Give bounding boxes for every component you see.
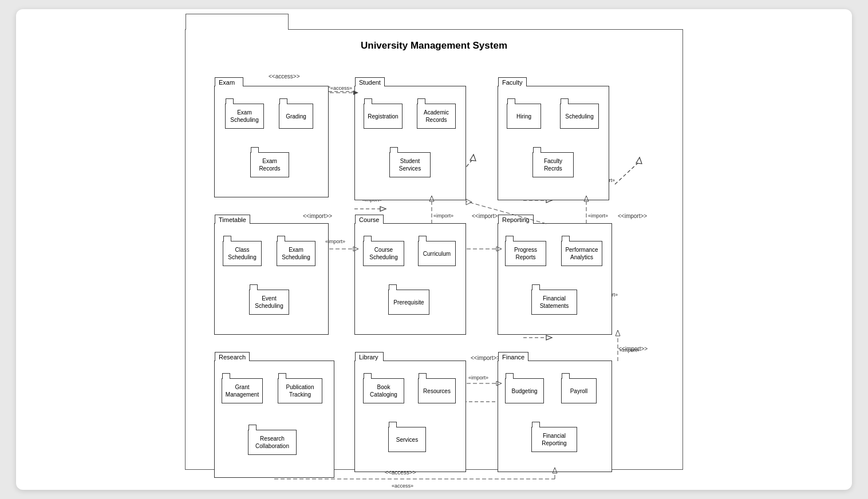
stereotype-import1: <<import>> — [303, 213, 332, 219]
sub-grading: Grading — [279, 104, 313, 129]
sub-publication-tracking-label: PublicationTracking — [278, 379, 322, 403]
sub-financial-reporting-tab — [532, 422, 540, 427]
sub-progress-reports-tab — [506, 236, 514, 241]
pkg-reporting: Reporting ProgressReports PerformanceAna… — [498, 223, 612, 335]
sub-registration-label: Registration — [364, 104, 402, 128]
sub-class-scheduling: ClassScheduling — [223, 241, 262, 266]
sub-scheduling: Scheduling — [560, 104, 599, 129]
sub-research-collaboration-label: ResearchCollaboration — [248, 430, 296, 454]
sub-course-scheduling: CourseScheduling — [363, 241, 404, 266]
sub-services-label: Services — [389, 427, 425, 452]
pkg-student: Student Registration AcademicRecords Stu… — [354, 86, 466, 200]
sub-curriculum: Curriculum — [418, 241, 456, 266]
svg-marker-5 — [380, 207, 386, 211]
sub-class-scheduling-label: ClassScheduling — [223, 241, 261, 266]
pkg-student-tab: Student — [355, 77, 385, 86]
svg-text:«import»: «import» — [588, 213, 608, 219]
stereotype-import5: <<import>> — [618, 346, 648, 352]
stereotype-import2: <<import>> — [472, 213, 501, 219]
sub-book-cataloging: BookCataloging — [363, 378, 404, 403]
sub-progress-reports-label: ProgressReports — [506, 241, 546, 266]
sub-payroll-label: Payroll — [562, 379, 596, 403]
sub-registration: Registration — [364, 104, 403, 129]
sub-performance-analytics-tab — [562, 236, 570, 241]
sub-payroll-tab — [562, 373, 570, 379]
pkg-exam: Exam ExamScheduling Grading ExamRecords — [214, 86, 329, 197]
sub-budgeting: Budgeting — [505, 378, 544, 403]
sub-services-tab — [389, 422, 397, 427]
sub-prerequisite-label: Prerequisite — [389, 290, 429, 314]
pkg-timetable: Timetable ClassScheduling ExamScheduling… — [214, 223, 329, 335]
sub-progress-reports: ProgressReports — [505, 241, 546, 266]
sub-exam-scheduling-tab — [226, 98, 234, 104]
sub-registration-tab — [364, 98, 372, 104]
sub-services: Services — [388, 427, 426, 452]
sub-timetable-exam-scheduling-tab — [277, 236, 285, 241]
sub-grading-tab — [279, 98, 287, 104]
sub-financial-statements-label: FinancialStatements — [532, 290, 577, 314]
svg-marker-26 — [470, 155, 476, 161]
pkg-library-tab: Library — [355, 352, 384, 361]
sub-performance-analytics: PerformanceAnalytics — [561, 241, 602, 266]
sub-research-collaboration: ResearchCollaboration — [248, 430, 297, 455]
sub-class-scheduling-tab — [223, 236, 231, 241]
sub-hiring-label: Hiring — [507, 104, 540, 128]
sub-faculty-records-label: FacultyRecrds — [533, 153, 573, 177]
sub-financial-statements: FinancialStatements — [531, 290, 577, 315]
sub-payroll: Payroll — [561, 378, 597, 403]
sub-hiring-tab — [507, 98, 515, 104]
sub-exam-records: ExamRecords — [250, 152, 289, 177]
pkg-research: Research GrantManagement PublicationTrac… — [214, 361, 334, 478]
stereotype-access1: <<access>> — [269, 73, 299, 80]
svg-text:«import»: «import» — [468, 375, 488, 381]
sub-exam-scheduling-label: ExamScheduling — [226, 104, 263, 128]
sub-hiring: Hiring — [507, 104, 541, 129]
sub-exam-records-label: ExamRecords — [251, 153, 289, 177]
pkg-course: Course CourseScheduling Curriculum Prere… — [354, 223, 466, 335]
svg-marker-24 — [546, 335, 552, 340]
sub-student-services: StudentServices — [389, 152, 431, 177]
svg-marker-48 — [616, 330, 620, 336]
sub-financial-reporting: FinancialReporting — [531, 427, 577, 452]
sub-book-cataloging-tab — [364, 373, 372, 379]
sub-academic-records: AcademicRecords — [417, 104, 456, 129]
pkg-reporting-tab: Reporting — [498, 215, 534, 224]
sub-grading-label: Grading — [279, 104, 313, 128]
sub-book-cataloging-label: BookCataloging — [364, 379, 404, 403]
sub-scheduling-tab — [561, 98, 569, 104]
sub-exam-scheduling: ExamScheduling — [225, 104, 264, 129]
svg-text:«access»: «access» — [392, 483, 413, 489]
sub-student-services-label: StudentServices — [390, 153, 430, 177]
sub-resources-tab — [419, 373, 427, 379]
sub-publication-tracking-tab — [278, 373, 286, 379]
sub-publication-tracking: PublicationTracking — [278, 378, 322, 403]
sub-grant-management-label: GrantManagement — [222, 379, 262, 403]
diagram-title: University Management System — [186, 30, 682, 57]
sub-faculty-records-tab — [533, 147, 541, 153]
pkg-finance: Finance Budgeting Payroll FinancialRepor… — [498, 361, 612, 472]
sub-exam-records-tab — [251, 147, 259, 153]
stereotype-access2: <<access>> — [385, 469, 416, 476]
pkg-exam-tab: Exam — [215, 77, 243, 86]
sub-resources-label: Resources — [419, 379, 455, 403]
sub-performance-analytics-label: PerformanceAnalytics — [562, 241, 602, 266]
diagram-outer: University Management System «access» «i… — [185, 29, 683, 470]
sub-prerequisite-tab — [389, 284, 397, 290]
pkg-finance-tab: Finance — [498, 352, 528, 361]
sub-curriculum-tab — [419, 236, 427, 241]
sub-financial-statements-tab — [532, 284, 540, 290]
sub-timetable-exam-scheduling: ExamScheduling — [277, 241, 315, 266]
sub-event-scheduling: EventScheduling — [249, 290, 289, 315]
svg-marker-46 — [466, 199, 472, 205]
sub-course-scheduling-tab — [364, 236, 372, 241]
sub-budgeting-tab — [506, 373, 514, 379]
sub-prerequisite: Prerequisite — [388, 290, 429, 315]
pkg-timetable-tab: Timetable — [215, 215, 250, 224]
sub-financial-reporting-label: FinancialReporting — [532, 427, 577, 452]
svg-text:«import»: «import» — [433, 213, 453, 219]
sub-research-collaboration-tab — [248, 425, 257, 430]
pkg-course-tab: Course — [355, 215, 384, 224]
sub-grant-management: GrantManagement — [222, 378, 263, 403]
pkg-faculty: Faculty Hiring Scheduling FacultyRecrds — [498, 86, 609, 200]
sub-budgeting-label: Budgeting — [506, 379, 543, 403]
